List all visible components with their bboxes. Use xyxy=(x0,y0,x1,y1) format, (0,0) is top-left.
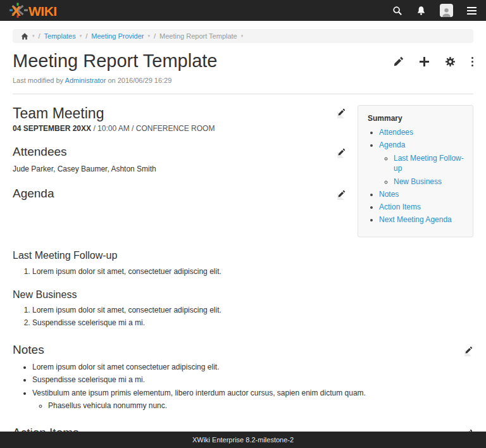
toc-link-followup[interactable]: Last Meeting Follow-up xyxy=(394,154,464,173)
menu-icon[interactable] xyxy=(467,7,477,15)
edit-section-pencil-icon[interactable] xyxy=(337,108,346,116)
new-business-list: Lorem ipsum dolor sit amet, consectetuer… xyxy=(13,305,473,328)
edit-pencil-icon[interactable] xyxy=(394,56,404,66)
attendees-text: Jude Parker, Casey Baumer, Ashton Smith xyxy=(13,164,346,175)
summary-title: Summary xyxy=(368,114,466,123)
list-item: New Business xyxy=(394,177,466,187)
list-item: Suspendisse scelerisque mi a mi. xyxy=(32,375,473,385)
breadcrumb-link-templates[interactable]: Templates xyxy=(44,32,76,40)
modified-user-link[interactable]: Administrator xyxy=(65,77,106,84)
modified-suffix: on 2016/06/29 16:29 xyxy=(108,77,171,84)
edit-section-pencil-icon[interactable] xyxy=(337,147,346,156)
version-text: XWiki Enterprise 8.2-milestone-2 xyxy=(192,436,294,444)
breadcrumb-current-page: Meeting Report Template xyxy=(159,32,237,40)
top-navbar: X WIKI xyxy=(0,0,486,21)
more-kebab-icon[interactable] xyxy=(471,56,473,66)
followup-heading: Last Meeting Follow-up xyxy=(13,249,473,261)
list-item: Next Meeting Agenda xyxy=(379,215,466,225)
list-item: Action Items xyxy=(379,202,466,212)
main-column: Team Meeting 04 SEPTEMBER 20XX / 10:00 A… xyxy=(13,105,358,201)
list-item: Attendees xyxy=(379,127,466,137)
edit-section-pencil-icon[interactable] xyxy=(337,189,346,198)
xwiki-logo-icon: X WIKI xyxy=(9,3,72,18)
breadcrumb-caret-icon[interactable]: ▾ xyxy=(80,34,82,39)
topbar-actions xyxy=(392,4,477,17)
summary-toc-panel: Summary Attendees Agenda Last Meeting Fo… xyxy=(358,105,473,238)
list-item: Notes xyxy=(379,189,466,199)
meeting-title-heading: Team Meeting xyxy=(13,105,104,121)
breadcrumb-separator: / xyxy=(85,32,87,40)
notes-heading: Notes xyxy=(13,343,44,358)
breadcrumb-separator: / xyxy=(39,32,40,40)
toc-link-new-business[interactable]: New Business xyxy=(394,177,442,186)
list-item: Last Meeting Follow-up xyxy=(394,153,466,173)
modified-prefix: Last modified by xyxy=(13,77,63,84)
followup-list: Lorem ipsum dolor sit amet, consectetuer… xyxy=(13,266,473,277)
list-item: Lorem ipsum dolor sit amet, consectetuer… xyxy=(32,266,473,277)
create-plus-icon[interactable] xyxy=(420,56,429,66)
meeting-info-line: 04 SEPTEMBER 20XX / 10:00 AM / CONFERENC… xyxy=(13,124,346,133)
toc-link-action-items[interactable]: Action Items xyxy=(379,202,421,211)
last-modified-line: Last modified by Administrator on 2016/0… xyxy=(0,77,486,84)
list-item: Lorem ipsum dolor sit amet, consectetuer… xyxy=(32,305,473,315)
meeting-time-location: / 10:00 AM / CONFERENCE ROOM xyxy=(91,124,215,133)
summary-list: Attendees Agenda Last Meeting Follow-up … xyxy=(364,127,466,225)
xwiki-logo[interactable]: X WIKI xyxy=(9,3,72,18)
attendees-heading: Attendees xyxy=(13,145,67,159)
user-avatar[interactable] xyxy=(440,4,453,17)
toc-link-next-meeting[interactable]: Next Meeting Agenda xyxy=(379,215,452,224)
toc-link-agenda[interactable]: Agenda xyxy=(379,140,405,149)
agenda-heading: Agenda xyxy=(13,187,54,201)
list-item: Suspendisse scelerisque mi a mi. xyxy=(32,318,473,328)
notifications-bell-icon[interactable] xyxy=(416,6,426,16)
new-business-heading: New Business xyxy=(13,289,473,301)
breadcrumb-link-meeting-provider[interactable]: Meeting Provider xyxy=(91,32,144,40)
page-actions xyxy=(394,56,473,66)
breadcrumb-caret-icon[interactable]: ▾ xyxy=(147,34,150,39)
toc-link-attendees[interactable]: Attendees xyxy=(379,128,413,137)
meeting-date: 04 SEPTEMBER 20XX xyxy=(13,124,91,133)
home-caret-icon[interactable]: ▾ xyxy=(32,34,35,39)
home-icon[interactable] xyxy=(21,33,28,40)
settings-gear-icon[interactable] xyxy=(445,56,456,66)
list-item: Vestibulum ante ipsum primis elementum, … xyxy=(32,388,473,411)
page-title: Meeting Report Template xyxy=(13,51,217,72)
list-item: Phasellus vehicula nonummy nunc. xyxy=(48,401,473,411)
document-content: Team Meeting 04 SEPTEMBER 20XX / 10:00 A… xyxy=(0,105,486,448)
toc-link-notes[interactable]: Notes xyxy=(379,190,399,199)
list-item-text: Vestibulum ante ipsum primis elementum, … xyxy=(32,389,366,397)
svg-text:X: X xyxy=(11,3,21,19)
page-header: Meeting Report Template xyxy=(0,43,486,72)
notes-list: Lorem ipsum dolor sit amet consectetuer … xyxy=(13,362,473,411)
list-item: Agenda Last Meeting Follow-up New Busine… xyxy=(379,140,466,187)
breadcrumb-separator: / xyxy=(154,32,156,40)
list-item: Lorem ipsum dolor sit amet consectetuer … xyxy=(32,362,473,372)
svg-text:WIKI: WIKI xyxy=(28,4,57,18)
search-icon[interactable] xyxy=(392,6,402,16)
edit-section-pencil-icon[interactable] xyxy=(464,345,473,354)
version-footer: XWiki Enterprise 8.2-milestone-2 xyxy=(0,432,486,448)
breadcrumb-caret-icon[interactable]: ▾ xyxy=(241,34,244,39)
breadcrumb: ▾ / Templates ▾ / Meeting Provider ▾ / M… xyxy=(13,29,473,43)
header-divider xyxy=(13,94,473,94)
